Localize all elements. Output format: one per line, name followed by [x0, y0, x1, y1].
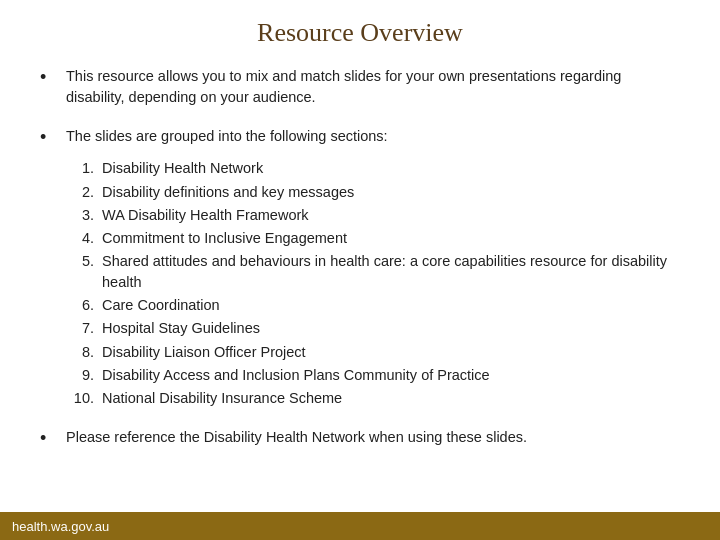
item-number: 4. [66, 228, 94, 248]
numbered-item: 8.Disability Liaison Officer Project [66, 342, 680, 362]
bullet-dot-footer: • [40, 426, 60, 451]
page-container: Resource Overview • This resource allows… [0, 0, 720, 540]
bullet-item-footer: • Please reference the Disability Health… [40, 427, 680, 451]
bullet-text-2: The slides are grouped into the followin… [66, 126, 680, 147]
numbered-item: 4.Commitment to Inclusive Engagement [66, 228, 680, 248]
item-text: Care Coordination [102, 295, 680, 315]
page-title: Resource Overview [40, 18, 680, 48]
bullet-item-2: • The slides are grouped into the follow… [40, 126, 680, 150]
bullet-dot-2: • [40, 125, 60, 150]
item-text: Disability definitions and key messages [102, 182, 680, 202]
item-text: Hospital Stay Guidelines [102, 318, 680, 338]
bullet-text-1: This resource allows you to mix and matc… [66, 66, 680, 108]
item-number: 10. [66, 388, 94, 408]
item-number: 2. [66, 182, 94, 202]
item-number: 9. [66, 365, 94, 385]
item-text: Commitment to Inclusive Engagement [102, 228, 680, 248]
bullet-section-footer: • Please reference the Disability Health… [40, 427, 680, 459]
footer-bar: health.wa.gov.au [0, 512, 720, 540]
item-number: 6. [66, 295, 94, 315]
item-text: Shared attitudes and behaviours in healt… [102, 251, 680, 292]
item-text: National Disability Insurance Scheme [102, 388, 680, 408]
numbered-item: 1.Disability Health Network [66, 158, 680, 178]
item-number: 3. [66, 205, 94, 225]
numbered-item: 10.National Disability Insurance Scheme [66, 388, 680, 408]
bullet-dot-1: • [40, 65, 60, 90]
numbered-list: 1.Disability Health Network2.Disability … [66, 158, 680, 408]
numbered-item: 2.Disability definitions and key message… [66, 182, 680, 202]
numbered-item: 6.Care Coordination [66, 295, 680, 315]
numbered-item: 3.WA Disability Health Framework [66, 205, 680, 225]
bullet-section-1: • This resource allows you to mix and ma… [40, 66, 680, 116]
item-number: 5. [66, 251, 94, 271]
numbered-item: 7.Hospital Stay Guidelines [66, 318, 680, 338]
item-text: Disability Liaison Officer Project [102, 342, 680, 362]
numbered-item: 5.Shared attitudes and behaviours in hea… [66, 251, 680, 292]
item-text: Disability Health Network [102, 158, 680, 178]
item-number: 8. [66, 342, 94, 362]
footer-text: health.wa.gov.au [12, 519, 109, 534]
numbered-item: 9.Disability Access and Inclusion Plans … [66, 365, 680, 385]
item-text: WA Disability Health Framework [102, 205, 680, 225]
bullet-item-1: • This resource allows you to mix and ma… [40, 66, 680, 108]
item-text: Disability Access and Inclusion Plans Co… [102, 365, 680, 385]
bullet-section-2: • The slides are grouped into the follow… [40, 126, 680, 411]
footer-bullet-text: Please reference the Disability Health N… [66, 427, 680, 448]
item-number: 1. [66, 158, 94, 178]
item-number: 7. [66, 318, 94, 338]
